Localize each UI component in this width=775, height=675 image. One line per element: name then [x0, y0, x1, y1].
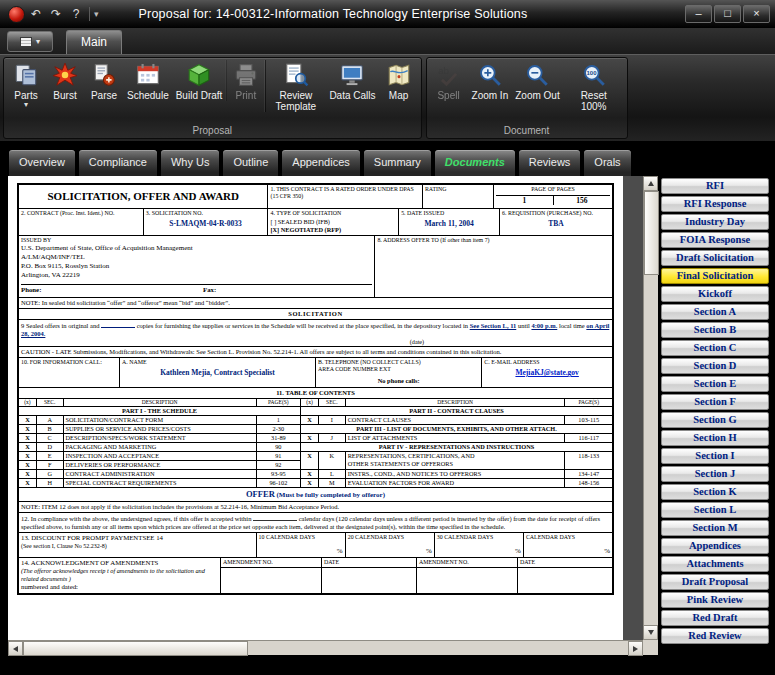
chevron-down-icon[interactable]: ▾	[94, 9, 99, 19]
ribbon-button-review-template[interactable]: Review Template	[265, 60, 325, 112]
toc-desc-line: REPRESENTATIONS, CERTIFICATIONS, AND	[348, 452, 475, 459]
milestone-sidebar: RFIRFI ResponseIndustry DayFOIA Response…	[661, 178, 769, 646]
sidebar-item-kickoff[interactable]: Kickoff	[661, 286, 769, 302]
tab-reviews[interactable]: Reviews	[518, 149, 582, 176]
horizontal-scroll-thumb[interactable]	[23, 641, 248, 656]
ribbon-button-data-calls[interactable]: Data Calls	[326, 60, 378, 101]
tab-outline[interactable]: Outline	[222, 149, 279, 176]
data-calls-icon	[339, 62, 365, 88]
item9-time-value: 4:00 p.m.	[531, 322, 557, 329]
toc-cell: D	[36, 443, 63, 452]
toc-cell: I	[318, 416, 345, 425]
toc-cell: INSPECTION AND ACCEPTANCE	[63, 452, 256, 461]
vertical-scroll-thumb[interactable]	[644, 191, 659, 275]
ribbon-button-burst[interactable]: Burst	[46, 60, 84, 101]
toc-part-header: PART II - CONTRACT CLAUSES	[301, 407, 613, 416]
item12-blank	[253, 514, 297, 521]
sidebar-item-industry-day[interactable]: Industry Day	[661, 214, 769, 230]
tab-compliance[interactable]: Compliance	[78, 149, 158, 176]
maximize-button[interactable]: □	[714, 5, 741, 23]
sidebar-item-draft-proposal[interactable]: Draft Proposal	[661, 574, 769, 590]
ribbon-button-label: Build Draft	[176, 90, 223, 101]
sidebar-item-section-f[interactable]: Section F	[661, 394, 769, 410]
horizontal-scrollbar[interactable]	[8, 640, 643, 655]
vertical-scrollbar[interactable]	[643, 176, 658, 640]
date-header: DATE	[321, 557, 416, 567]
fax-label: Fax:	[203, 286, 216, 294]
toc-row: X D PACKAGING AND MARKETING 90 PART IV -…	[19, 443, 613, 452]
sidebar-item-red-review[interactable]: Red Review	[661, 628, 769, 644]
field-20-calendar-days: 20 CALENDAR DAYS %	[345, 532, 434, 557]
phone-fax-row: Phone: Fax:	[21, 284, 372, 294]
sidebar-item-pink-review[interactable]: Pink Review	[661, 592, 769, 608]
sidebar-item-foia-response[interactable]: FOIA Response	[661, 232, 769, 248]
help-icon[interactable]: ?	[67, 5, 85, 23]
ribbon-button-reset-100[interactable]: 100Reset 100%	[564, 60, 624, 112]
sidebar-item-section-b[interactable]: Section B	[661, 322, 769, 338]
checkbox-negotiated: [X] NEGOTIATED (RFP)	[270, 226, 396, 234]
sidebar-item-section-l[interactable]: Section L	[661, 502, 769, 518]
tab-documents[interactable]: Documents	[434, 149, 516, 176]
sidebar-item-draft-solicitation[interactable]: Draft Solicitation	[661, 250, 769, 266]
ribbon-button-zoom-in[interactable]: Zoom In	[469, 60, 512, 101]
field-sublabel: (The offeror acknowledges receip t of am…	[21, 567, 218, 583]
sidebar-item-final-solicitation[interactable]: Final Solicitation	[661, 268, 769, 284]
ribbon-button-parts[interactable]: Parts▾	[7, 60, 45, 108]
ribbon-button-label: Burst	[53, 90, 76, 101]
ribbon-button-build-draft[interactable]: Build Draft	[173, 60, 226, 101]
reset-zoom-icon: 100	[581, 62, 607, 88]
issuer-address-line: Arlington, VA 22219	[21, 271, 372, 280]
zoom-in-icon	[477, 62, 503, 88]
date-header: DATE	[517, 557, 612, 567]
sidebar-item-section-h[interactable]: Section H	[661, 430, 769, 446]
window-title: Proposal for: 14-00312-Information Techn…	[139, 7, 528, 21]
sidebar-item-red-draft[interactable]: Red Draft	[661, 610, 769, 626]
application-menu-button[interactable]: ▾	[7, 31, 53, 52]
sidebar-item-section-j[interactable]: Section J	[661, 466, 769, 482]
toc-cell: 2-30	[256, 425, 301, 434]
close-button[interactable]: ×	[743, 5, 770, 23]
tab-appendices[interactable]: Appendices	[281, 149, 361, 176]
sidebar-item-attachments[interactable]: Attachments	[661, 556, 769, 572]
sidebar-item-section-g[interactable]: Section G	[661, 412, 769, 428]
sidebar-item-appendices[interactable]: Appendices	[661, 538, 769, 554]
tab-orals[interactable]: Orals	[583, 149, 631, 176]
sidebar-item-section-k[interactable]: Section K	[661, 484, 769, 500]
forward-icon[interactable]: ↷	[47, 5, 65, 23]
minimize-button[interactable]: –	[685, 5, 712, 23]
toc-cell: PAGE(S)	[565, 399, 613, 407]
sidebar-item-section-e[interactable]: Section E	[661, 376, 769, 392]
sidebar-item-section-i[interactable]: Section I	[661, 448, 769, 464]
ribbon-button-schedule[interactable]: Schedule	[124, 60, 172, 101]
toc-row: X G CONTRACT ADMINISTRATION 93-95 X L IN…	[19, 470, 613, 479]
field-sublabel: (See section I, Clause No 52.232-8)	[21, 543, 254, 550]
sidebar-item-section-m[interactable]: Section M	[661, 520, 769, 536]
ribbon-button-label: Print	[236, 90, 257, 101]
toc-cell: SOLICITATION/CONTRACT FORM	[63, 416, 256, 425]
scroll-left-icon[interactable]	[8, 641, 23, 656]
scroll-up-icon[interactable]	[643, 176, 658, 191]
email-link[interactable]: MejiaKJ@state.gov	[484, 368, 610, 377]
ribbon-button-label: Data Calls	[329, 90, 375, 101]
toc-part-row: PART I - THE SCHEDULE PART II - CONTRACT…	[19, 407, 613, 416]
sidebar-item-rfi[interactable]: RFI	[661, 178, 769, 194]
ribbon-group-proposal: Parts▾BurstParseScheduleBuild DraftPrint…	[3, 57, 422, 139]
scroll-down-icon[interactable]	[643, 625, 658, 640]
toc-cell: DESCRIPTION/SPECS/WORK STATEMENT	[63, 434, 256, 443]
ribbon-button-map[interactable]: Map	[380, 60, 418, 101]
sidebar-item-section-d[interactable]: Section D	[661, 358, 769, 374]
sidebar-item-section-c[interactable]: Section C	[661, 340, 769, 356]
sidebar-item-section-a[interactable]: Section A	[661, 304, 769, 320]
tab-summary[interactable]: Summary	[363, 149, 432, 176]
toc-header-row: (x) SEC. DESCRIPTION PAGE(S) (x) SEC. DE…	[19, 399, 613, 407]
ribbon-tab-main[interactable]: Main	[66, 30, 122, 54]
sidebar-item-rfi-response[interactable]: RFI Response	[661, 196, 769, 212]
scroll-right-icon[interactable]	[628, 641, 643, 656]
tab-overview[interactable]: Overview	[8, 149, 76, 176]
ribbon-button-parse[interactable]: Parse	[85, 60, 123, 101]
field-label: PAGE OF PAGES	[496, 186, 610, 193]
back-icon[interactable]: ↶	[27, 5, 45, 23]
tab-why-us[interactable]: Why Us	[160, 149, 221, 176]
ribbon-button-zoom-out[interactable]: Zoom Out	[512, 60, 562, 101]
ribbon-group-document: abSpellZoom InZoom Out100Reset 100% Docu…	[426, 57, 628, 139]
